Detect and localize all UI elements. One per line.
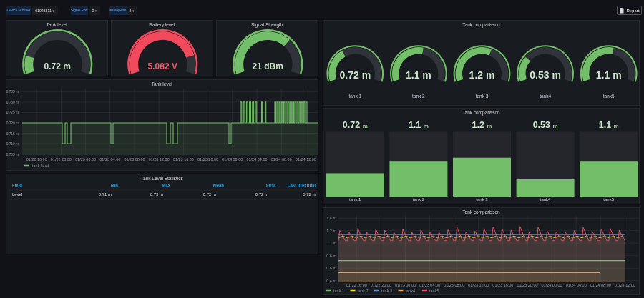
svg-text:01/23 08:00: 01/23 08:00 [444, 283, 464, 287]
svg-text:01/24 08:00: 01/24 08:00 [590, 283, 611, 287]
svg-text:Max: Max [162, 183, 170, 187]
svg-text:0.72 m: 0.72 m [303, 192, 316, 197]
svg-text:01/23 20:00: 01/23 20:00 [517, 283, 537, 287]
svg-text:First: First [266, 183, 275, 187]
svg-text:1.1 m: 1.1 m [406, 69, 431, 80]
svg-text:0.725 m: 0.725 m [6, 111, 19, 114]
svg-text:01/23 16:00: 01/23 16:00 [492, 283, 513, 287]
svg-text:tank 3: tank 3 [476, 93, 489, 98]
svg-text:tank 2: tank 2 [358, 289, 369, 293]
svg-text:0.72 m: 0.72 m [255, 192, 268, 197]
svg-text:01/23 12:00: 01/23 12:00 [468, 283, 489, 287]
svg-text:01/23 04:00: 01/23 04:00 [419, 283, 440, 287]
svg-text:0.4 m: 0.4 m [326, 278, 336, 282]
svg-text:01/24 00:00: 01/24 00:00 [222, 157, 243, 161]
svg-text:Mean: Mean [213, 183, 225, 187]
svg-text:0.735 m: 0.735 m [6, 90, 19, 94]
svg-text:0.72 m: 0.72 m [343, 120, 368, 130]
svg-text:tank4: tank4 [406, 289, 415, 293]
svg-text:0.710 m: 0.710 m [6, 142, 19, 146]
svg-text:tank 3: tank 3 [476, 197, 488, 202]
svg-text:0.6 m: 0.6 m [326, 266, 336, 270]
svg-text:01/23 12:00: 01/23 12:00 [149, 157, 170, 161]
svg-text:5.082 V: 5.082 V [148, 61, 177, 71]
svg-text:Min: Min [111, 183, 119, 187]
svg-text:tank5: tank5 [429, 289, 439, 293]
svg-text:01/24 04:00: 01/24 04:00 [566, 283, 587, 287]
svg-text:0.71 m: 0.71 m [99, 192, 112, 197]
svg-text:tank 1: tank 1 [348, 93, 361, 98]
svg-text:1.2 m: 1.2 m [472, 120, 492, 130]
svg-text:tank5: tank5 [603, 197, 614, 202]
svg-text:01/22 16:00: 01/22 16:00 [26, 157, 47, 161]
svg-text:0.72 m: 0.72 m [203, 192, 216, 197]
svg-text:tank4: tank4 [540, 93, 551, 98]
svg-text:tank 1: tank 1 [349, 197, 361, 202]
svg-text:01/23 08:00: 01/23 08:00 [124, 157, 145, 161]
svg-text:01/24 04:00: 01/24 04:00 [246, 157, 267, 161]
svg-text:tank 1: tank 1 [333, 289, 344, 293]
svg-text:01/22 20:00: 01/22 20:00 [51, 157, 72, 161]
svg-text:0.53 m: 0.53 m [530, 69, 561, 80]
svg-text:1.2 m: 1.2 m [326, 228, 336, 232]
svg-text:01/24 12:00: 01/24 12:00 [615, 283, 635, 287]
svg-text:Last (not null): Last (not null) [288, 183, 316, 187]
svg-text:0.705 m: 0.705 m [6, 152, 19, 156]
svg-text:0.8 m: 0.8 m [326, 253, 336, 257]
svg-text:tank level: tank level [32, 164, 49, 168]
svg-text:01/24 12:00: 01/24 12:00 [296, 157, 316, 161]
svg-text:1.1 m: 1.1 m [409, 120, 429, 130]
svg-text:01/23 20:00: 01/23 20:00 [197, 157, 218, 161]
svg-text:01/23 16:00: 01/23 16:00 [173, 157, 194, 161]
svg-text:1.2 m: 1.2 m [469, 69, 495, 80]
svg-text:tank4: tank4 [540, 197, 551, 202]
svg-text:0.73 m: 0.73 m [150, 192, 163, 197]
svg-text:0.53 m: 0.53 m [533, 120, 558, 130]
svg-text:Level: Level [12, 192, 22, 197]
svg-text:1.4 m: 1.4 m [326, 216, 336, 220]
svg-text:01/23 04:00: 01/23 04:00 [99, 157, 120, 161]
svg-text:tank 3: tank 3 [381, 289, 392, 293]
svg-text:21 dBm: 21 dBm [253, 61, 283, 71]
svg-text:Field: Field [12, 183, 22, 187]
svg-text:01/23 00:00: 01/23 00:00 [395, 283, 416, 287]
svg-text:1 m: 1 m [330, 241, 337, 245]
svg-text:0.730 m: 0.730 m [6, 100, 19, 104]
svg-text:01/22 16:00: 01/22 16:00 [346, 283, 367, 287]
svg-text:tank5: tank5 [603, 93, 615, 98]
svg-text:0.720 m: 0.720 m [6, 121, 19, 125]
svg-text:0.72 m: 0.72 m [340, 69, 371, 80]
svg-text:01/24 08:00: 01/24 08:00 [271, 157, 292, 161]
svg-text:tank 2: tank 2 [412, 93, 425, 98]
svg-text:01/22 20:00: 01/22 20:00 [371, 283, 391, 287]
svg-text:1.1 m: 1.1 m [599, 120, 619, 130]
svg-text:1.1 m: 1.1 m [596, 69, 622, 80]
svg-text:tank 2: tank 2 [413, 197, 425, 202]
svg-text:0.72 m: 0.72 m [44, 61, 71, 71]
svg-text:0.715 m: 0.715 m [6, 131, 19, 135]
svg-text:01/24 00:00: 01/24 00:00 [542, 283, 562, 287]
svg-text:01/23 00:00: 01/23 00:00 [75, 157, 96, 161]
